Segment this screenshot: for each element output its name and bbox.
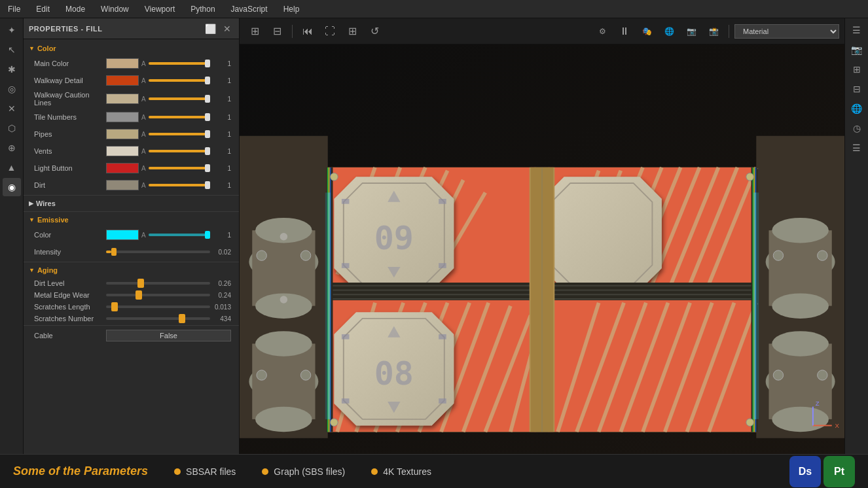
tool-select[interactable]: ✦ [3,21,21,39]
color-swatch-emissive[interactable] [106,230,139,240]
left-toolbar: ✦ ↖ ✱ ◎ ✕ ⬡ ⊕ ▲ ◉ [0,18,24,454]
tool-up[interactable]: ▲ [3,158,21,177]
right-btn-grid4[interactable]: ⊟ [848,80,866,98]
badge-4k: 4K Textures [371,466,431,477]
vp-btn-prev[interactable]: ⏮ [298,22,317,41]
prop-light-button: Light Button A 1 [24,160,239,177]
slider-dirt-level[interactable] [106,282,210,285]
slider-scratches-number[interactable] [106,317,210,320]
right-btn-screenshot[interactable]: 📷 [848,41,866,59]
material-dropdown[interactable]: Material UV Normal Height Roughness [734,24,839,39]
tool-hex[interactable]: ⬡ [3,119,21,137]
section-aging-header[interactable]: ▼ Aging [24,264,239,277]
slider-walkway-caution[interactable] [149,97,210,100]
alpha-label-pipes: A [141,131,146,138]
right-btn-history[interactable]: ◷ [848,119,866,137]
slider-dirt[interactable] [149,184,210,186]
svg-rect-107 [328,192,331,419]
svg-point-14 [255,407,312,432]
vp-btn-screenshot[interactable]: 📸 [704,22,723,41]
viewport-3d: 09 [240,44,844,454]
panel-close-btn[interactable]: ✕ [221,22,234,35]
slider-edge-wear[interactable] [106,294,210,296]
color-swatch-dirt[interactable] [106,180,139,190]
color-swatch-pipes[interactable] [106,129,139,139]
app-icon-painter[interactable]: Pt [823,456,855,487]
section-emissive-header[interactable]: ▼ Emissive [24,213,239,226]
alpha-label-walkway-detail: A [141,77,146,84]
app-icon-designer[interactable]: Ds [789,456,821,487]
tool-transform[interactable]: ✱ [3,60,21,78]
tool-close[interactable]: ✕ [3,99,21,118]
prop-emissive-color: Color A 1 [24,226,239,243]
color-row-walkway-caution: A 1 [106,94,231,104]
section-wires-header[interactable]: ▶ Wires [24,197,239,210]
vp-btn-fit[interactable]: ⛶ [320,22,340,41]
slider-scratches-length[interactable] [106,305,210,308]
app-icon-pt-label: Pt [834,466,844,478]
tool-circle[interactable]: ◉ [3,178,21,196]
panel-header: PROPERTIES - FILL ⬜ ✕ [24,18,239,39]
section-color-header[interactable]: ▼ Color [24,42,239,55]
color-swatch-light-button[interactable] [106,163,139,173]
prop-label-scratches-number: Scratches Number [34,315,106,322]
svg-point-116 [331,419,338,427]
vp-btn-settings[interactable]: ⚙ [592,22,612,41]
vp-btn-refresh[interactable]: ↺ [365,22,384,41]
menu-python[interactable]: Python [188,3,217,15]
svg-rect-108 [325,192,328,419]
tool-rotate[interactable]: ◎ [3,80,21,98]
tool-pointer[interactable]: ↖ [3,41,21,59]
emissive-section-arrow: ▼ [29,217,35,223]
color-swatch-walkway-detail[interactable] [106,75,139,86]
right-btn-info[interactable]: ☰ [848,139,866,157]
menu-javascript[interactable]: JavaScript [228,3,270,15]
properties-panel: PROPERTIES - FILL ⬜ ✕ ▼ Color Main Color… [24,18,240,454]
value-walkway-caution: 1 [213,96,231,103]
menu-file[interactable]: File [5,3,23,15]
panel-maximize-btn[interactable]: ⬜ [204,22,217,35]
color-swatch-main[interactable] [106,58,139,69]
vp-btn-3d[interactable]: 🎭 [637,22,657,41]
viewport-toolbar: ⊞ ⊟ ⏮ ⛶ ⊞ ↺ ⚙ ⏸ 🎭 🌐 📷 📸 Material UV Norm… [240,18,844,44]
vp-btn-plus[interactable]: ⊞ [342,22,362,41]
tool-add[interactable]: ⊕ [3,139,21,157]
vp-btn-cam[interactable]: 📷 [681,22,701,41]
slider-emissive[interactable] [149,234,210,236]
prop-edge-wear: Metal Edge Wear 0.24 [24,288,239,300]
slider-vents[interactable] [149,150,210,152]
svg-rect-54 [342,199,350,204]
panel-content: ▼ Color Main Color A 1 [24,39,239,454]
aging-section-arrow: ▼ [29,267,35,273]
menu-viewport[interactable]: Viewport [142,3,177,15]
divider-1 [24,195,239,196]
menu-window[interactable]: Window [98,3,132,15]
slider-walkway-detail[interactable] [149,79,210,82]
svg-point-8 [300,251,310,260]
value-dirt: 1 [213,182,231,189]
color-swatch-tile-numbers[interactable] [106,112,139,122]
slider-light-button[interactable] [149,167,210,169]
slider-pipes[interactable] [149,133,210,135]
menu-help[interactable]: Help [281,3,302,15]
vp-btn-pause[interactable]: ⏸ [615,22,634,41]
right-btn-layers[interactable]: ☰ [848,21,866,39]
prop-label-intensity: Intensity [34,248,106,256]
color-swatch-walkway-caution[interactable] [106,94,139,104]
section-color-label: Color [37,44,56,52]
cable-value[interactable]: False [106,330,231,341]
color-swatch-vents[interactable] [106,146,139,156]
right-btn-camera[interactable]: 🌐 [848,99,866,118]
menu-edit[interactable]: Edit [33,3,52,15]
vp-btn-grid[interactable]: ⊟ [267,22,287,41]
right-btn-stack[interactable]: ⊞ [848,60,866,78]
vp-btn-env[interactable]: 🌐 [659,22,679,41]
slider-intensity[interactable] [106,251,210,253]
svg-rect-109 [753,192,756,419]
slider-tile-numbers[interactable] [149,116,210,118]
prop-intensity: Intensity 0.02 [24,243,239,260]
vp-btn-select[interactable]: ⊞ [245,22,264,41]
menu-mode[interactable]: Mode [63,3,88,15]
value-emissive: 1 [213,232,231,239]
slider-main[interactable] [149,62,210,65]
